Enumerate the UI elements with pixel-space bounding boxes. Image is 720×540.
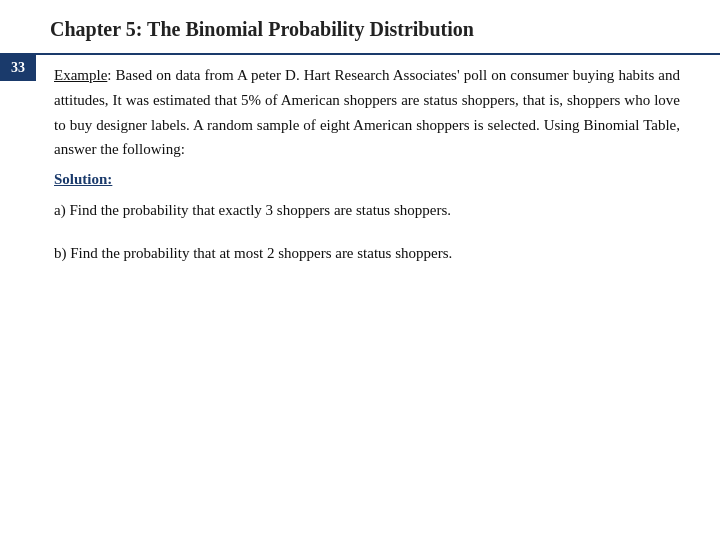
part-b-block: b) Find the probability that at most 2 s… [54, 241, 680, 266]
main-content: Example: Based on data from A peter D. H… [50, 55, 720, 540]
part-a-block: a) Find the probability that exactly 3 s… [54, 198, 680, 223]
title-bar: Chapter 5: The Binomial Probability Dist… [0, 0, 720, 53]
example-label: Example [54, 67, 107, 83]
slide-number: 33 [0, 55, 36, 81]
slide-number-col: 33 [0, 55, 50, 540]
solution-label: Solution: [54, 171, 112, 187]
solution-block: Solution: [54, 170, 680, 188]
example-block: Example: Based on data from A peter D. H… [54, 63, 680, 162]
content-area: 33 Example: Based on data from A peter D… [0, 55, 720, 540]
page-title: Chapter 5: The Binomial Probability Dist… [50, 18, 474, 40]
example-text: : Based on data from A peter D. Hart Res… [54, 67, 680, 157]
page-container: Chapter 5: The Binomial Probability Dist… [0, 0, 720, 540]
